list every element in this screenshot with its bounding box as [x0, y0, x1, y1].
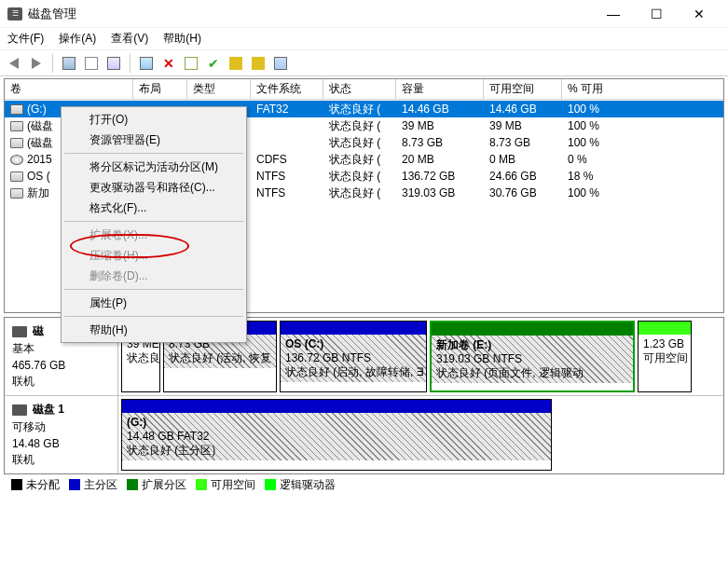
legend-item: 主分区	[69, 477, 117, 493]
legend-item: 逻辑驱动器	[265, 477, 336, 493]
col-free[interactable]: 可用空间	[484, 79, 562, 99]
toolbar-icon-7[interactable]	[272, 55, 289, 72]
menu-item[interactable]: 格式化(F)...	[63, 198, 244, 218]
disk-0-size: 465.76 GB	[12, 359, 110, 372]
app-icon: ☰	[7, 7, 22, 21]
back-button[interactable]	[6, 55, 22, 72]
menu-action[interactable]: 操作(A)	[59, 31, 96, 47]
col-layout[interactable]: 布局	[133, 79, 187, 99]
disk-icon	[12, 404, 27, 416]
col-status[interactable]: 状态	[323, 79, 396, 99]
disk-1-status: 联机	[12, 452, 110, 468]
partition[interactable]: 新加卷 (E:)319.03 GB NTFS状态良好 (页面文件, 逻辑驱动	[430, 321, 635, 392]
disk-0-type: 基本	[12, 341, 110, 357]
disk-1-partitions: (G:)14.48 GB FAT32状态良好 (主分区)	[118, 396, 723, 473]
delete-icon[interactable]: ✕	[160, 55, 177, 72]
col-pct[interactable]: % 可用	[562, 79, 723, 99]
toolbar-icon-2[interactable]	[83, 55, 100, 72]
menu-item[interactable]: 属性(P)	[63, 293, 244, 313]
menu-view[interactable]: 查看(V)	[111, 31, 148, 47]
volume-context-menu: 打开(O)资源管理器(E)将分区标记为活动分区(M)更改驱动器号和路径(C)..…	[61, 106, 247, 343]
menu-bar: 文件(F) 操作(A) 查看(V) 帮助(H)	[0, 28, 728, 50]
toolbar-icon-3[interactable]	[105, 55, 122, 72]
close-button[interactable]: ✕	[678, 0, 721, 28]
disk-1-size: 14.48 GB	[12, 437, 110, 450]
menu-item[interactable]: 打开(O)	[63, 109, 244, 130]
grid-body: 打开(O)资源管理器(E)将分区标记为活动分区(M)更改驱动器号和路径(C)..…	[5, 100, 723, 312]
toolbar-icon-5[interactable]	[227, 55, 244, 72]
disk-1-name: 磁盘 1	[33, 402, 64, 418]
disk-1-type: 可移动	[12, 419, 110, 435]
legend: 未分配主分区扩展分区可用空间逻辑驱动器	[4, 474, 724, 495]
disk-0-name: 磁	[33, 323, 44, 339]
check-icon[interactable]: ✔	[205, 55, 222, 72]
legend-item: 可用空间	[196, 477, 255, 493]
grid-header: 卷 布局 类型 文件系统 状态 容量 可用空间 % 可用	[5, 79, 723, 100]
menu-item[interactable]: 帮助(H)	[63, 320, 244, 340]
partition[interactable]: 1.23 GB可用空间	[638, 321, 692, 392]
col-capacity[interactable]: 容量	[396, 79, 484, 99]
menu-item[interactable]: 将分区标记为活动分区(M)	[63, 157, 244, 177]
refresh-icon[interactable]	[183, 55, 199, 72]
menu-file[interactable]: 文件(F)	[7, 31, 44, 47]
partition[interactable]: OS (C:)136.72 GB NTFS状态良好 (启动, 故障转储, ∃	[280, 321, 427, 392]
title-bar: ☰ 磁盘管理 — ☐ ✕	[0, 0, 728, 28]
legend-item: 未分配	[11, 477, 60, 493]
volume-grid: 卷 布局 类型 文件系统 状态 容量 可用空间 % 可用 打开(O)资源管理器(…	[4, 78, 724, 313]
forward-button[interactable]	[28, 55, 45, 72]
partition[interactable]: (G:)14.48 GB FAT32状态良好 (主分区)	[121, 399, 552, 471]
menu-item: 扩展卷(X)...	[63, 225, 244, 245]
menu-item[interactable]: 资源管理器(E)	[63, 130, 244, 150]
toolbar-icon-4[interactable]	[138, 55, 155, 72]
col-volume[interactable]: 卷	[5, 79, 133, 99]
col-filesystem[interactable]: 文件系统	[251, 79, 323, 99]
toolbar-icon-6[interactable]	[250, 55, 267, 72]
disk-0-status: 联机	[12, 374, 110, 390]
menu-item[interactable]: 更改驱动器号和路径(C)...	[63, 177, 244, 198]
menu-item: 删除卷(D)...	[63, 266, 244, 286]
maximize-button[interactable]: ☐	[635, 0, 678, 28]
col-type[interactable]: 类型	[187, 79, 251, 99]
menu-help[interactable]: 帮助(H)	[163, 31, 201, 47]
minimize-button[interactable]: —	[592, 0, 635, 28]
toolbar-icon-1[interactable]	[61, 55, 77, 72]
toolbar: ✕ ✔	[0, 50, 728, 76]
menu-item: 压缩卷(H)...	[63, 245, 244, 266]
disk-icon	[12, 326, 27, 337]
disk-1-label: 磁盘 1 可移动 14.48 GB 联机	[5, 396, 118, 473]
window-title: 磁盘管理	[28, 6, 76, 22]
legend-item: 扩展分区	[127, 477, 186, 493]
disk-1-row: 磁盘 1 可移动 14.48 GB 联机 (G:)14.48 GB FAT32状…	[5, 396, 723, 473]
